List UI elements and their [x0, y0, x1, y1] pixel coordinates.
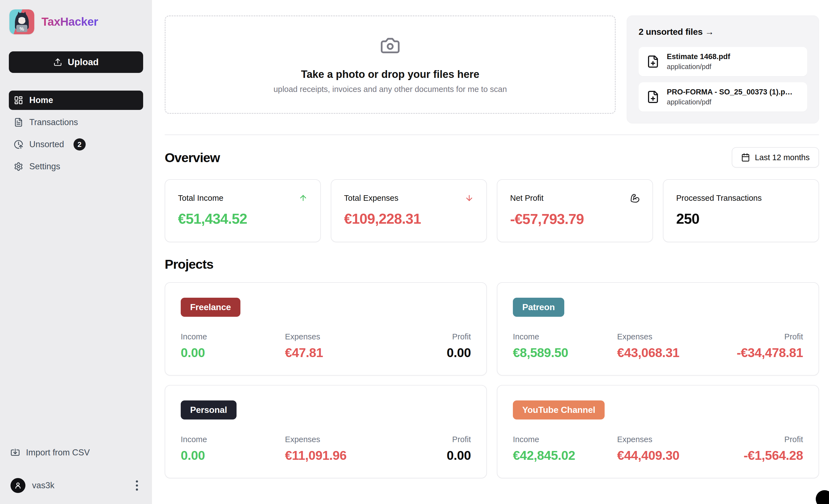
profit-label: Profit — [380, 332, 471, 341]
svg-text:%: % — [20, 26, 24, 32]
unsorted-files-panel: 2 unsorted files → Estimate 1468.pdf app… — [627, 15, 819, 123]
gear-icon — [14, 162, 23, 171]
sidebar-item-settings[interactable]: Settings — [9, 157, 143, 176]
dropzone-title: Take a photo or drop your files here — [301, 69, 479, 80]
expenses-label: Expenses — [617, 332, 712, 341]
dashboard-icon — [14, 95, 23, 105]
stat-value: -€57,793.79 — [510, 211, 640, 227]
upload-button[interactable]: Upload — [9, 51, 143, 73]
unsorted-count-badge: 2 — [73, 139, 86, 151]
taxhacker-app: % TaxHacker Upload Home Transact — [0, 0, 829, 504]
project-card-personal[interactable]: Personal Income 0.00 Expenses €11,091.96… — [165, 385, 487, 478]
expenses-label: Expenses — [617, 435, 712, 444]
unsorted-files-list: Estimate 1468.pdf application/pdf PRO-FO… — [639, 47, 807, 112]
stat-value: 250 — [676, 210, 806, 227]
sidebar-bottom: Import from CSV vas3k — [9, 448, 143, 493]
biceps-flexed-icon — [630, 194, 640, 203]
stat-label: Processed Transactions — [676, 194, 762, 203]
file-card[interactable]: PRO-FORMA - SO_25_00373 (1).p… applicati… — [639, 82, 807, 112]
main-content: Take a photo or drop your files here upl… — [152, 0, 829, 504]
arrow-down-icon — [465, 194, 474, 202]
upload-button-label: Upload — [68, 57, 99, 67]
stat-card-net-profit: Net Profit -€57,793.79 — [497, 179, 653, 242]
sidebar: % TaxHacker Upload Home Transact — [0, 0, 152, 504]
stat-label: Net Profit — [510, 194, 544, 203]
file-name: Estimate 1468.pdf — [667, 52, 730, 61]
unsorted-files-link[interactable]: 2 unsorted files → — [639, 27, 807, 37]
file-type: application/pdf — [667, 98, 793, 106]
arrow-up-icon — [299, 194, 308, 202]
sidebar-item-unsorted[interactable]: Unsorted 2 — [9, 135, 143, 154]
overview-title: Overview — [165, 150, 220, 165]
calendar-icon — [741, 153, 750, 162]
income-value: 0.00 — [181, 448, 285, 463]
import-from-csv-button[interactable]: Import from CSV — [9, 448, 143, 458]
overview-stats: Total Income €51,434.52 Total Expenses €… — [165, 179, 819, 242]
file-name: PRO-FORMA - SO_25_00373 (1).p… — [667, 88, 793, 96]
sidebar-item-label: Settings — [29, 162, 60, 171]
profit-value: -€34,478.81 — [712, 345, 803, 360]
clock-arrow-up-icon — [14, 140, 23, 149]
project-badge: Personal — [181, 400, 237, 420]
sidebar-item-label: Unsorted — [29, 140, 64, 149]
income-label: Income — [513, 332, 617, 341]
file-type: application/pdf — [667, 63, 730, 71]
expenses-label: Expenses — [285, 435, 380, 444]
project-card-freelance[interactable]: Freelance Income 0.00 Expenses €47.81 Pr… — [165, 282, 487, 376]
section-divider — [165, 134, 819, 135]
import-icon — [10, 448, 20, 457]
stat-card-total-expenses: Total Expenses €109,228.31 — [331, 179, 487, 242]
profit-value: 0.00 — [380, 448, 471, 463]
avatar — [10, 478, 26, 493]
dropzone-subtitle: upload receipts, invoices and any other … — [274, 85, 507, 94]
projects-title: Projects — [165, 257, 819, 272]
income-value: 0.00 — [181, 345, 285, 360]
income-label: Income — [181, 435, 285, 444]
sidebar-item-home[interactable]: Home — [9, 90, 143, 110]
expenses-value: €47.81 — [285, 345, 380, 360]
sidebar-item-label: Transactions — [29, 117, 78, 127]
app-title: TaxHacker — [41, 15, 98, 29]
projects-grid: Freelance Income 0.00 Expenses €47.81 Pr… — [165, 282, 819, 478]
income-value: €42,845.02 — [513, 448, 617, 463]
file-plus-icon — [646, 55, 660, 68]
camera-icon — [380, 35, 400, 56]
sidebar-nav: Home Transactions Unsorted 2 Settings — [9, 90, 143, 176]
brand: % TaxHacker — [9, 9, 143, 34]
file-plus-icon — [646, 90, 660, 104]
sidebar-item-label: Home — [29, 95, 53, 105]
file-text-icon — [14, 118, 23, 127]
stat-value: €51,434.52 — [178, 210, 308, 227]
project-badge: Freelance — [181, 298, 241, 317]
profit-label: Profit — [712, 435, 803, 444]
expenses-value: €11,091.96 — [285, 448, 380, 463]
stat-label: Total Expenses — [344, 194, 398, 203]
income-label: Income — [181, 332, 285, 341]
stat-value: €109,228.31 — [344, 210, 474, 227]
project-card-youtube-channel[interactable]: YouTube Channel Income €42,845.02 Expens… — [497, 385, 819, 478]
file-dropzone[interactable]: Take a photo or drop your files here upl… — [165, 15, 616, 114]
project-badge: YouTube Channel — [513, 400, 605, 420]
profit-label: Profit — [712, 332, 803, 341]
expenses-value: €44,409.30 — [617, 448, 712, 463]
profit-value: -€1,564.28 — [712, 448, 803, 463]
expenses-label: Expenses — [285, 332, 380, 341]
income-value: €8,589.50 — [513, 345, 617, 360]
sidebar-item-transactions[interactable]: Transactions — [9, 113, 143, 132]
import-label: Import from CSV — [26, 448, 90, 458]
period-selector-button[interactable]: Last 12 months — [732, 147, 819, 168]
project-card-patreon[interactable]: Patreon Income €8,589.50 Expenses €43,06… — [497, 282, 819, 376]
username: vas3k — [32, 480, 55, 491]
period-label: Last 12 months — [755, 153, 810, 162]
file-card[interactable]: Estimate 1468.pdf application/pdf — [639, 47, 807, 76]
app-logo: % — [9, 9, 34, 34]
user-menu-button[interactable] — [132, 478, 142, 493]
project-badge: Patreon — [513, 298, 564, 317]
overview-header: Overview Last 12 months — [165, 147, 819, 168]
user-row: vas3k — [9, 478, 143, 493]
top-row: Take a photo or drop your files here upl… — [165, 15, 819, 123]
profit-value: 0.00 — [380, 345, 471, 360]
income-label: Income — [513, 435, 617, 444]
expenses-value: €43,068.31 — [617, 345, 712, 360]
upload-icon — [53, 58, 62, 67]
